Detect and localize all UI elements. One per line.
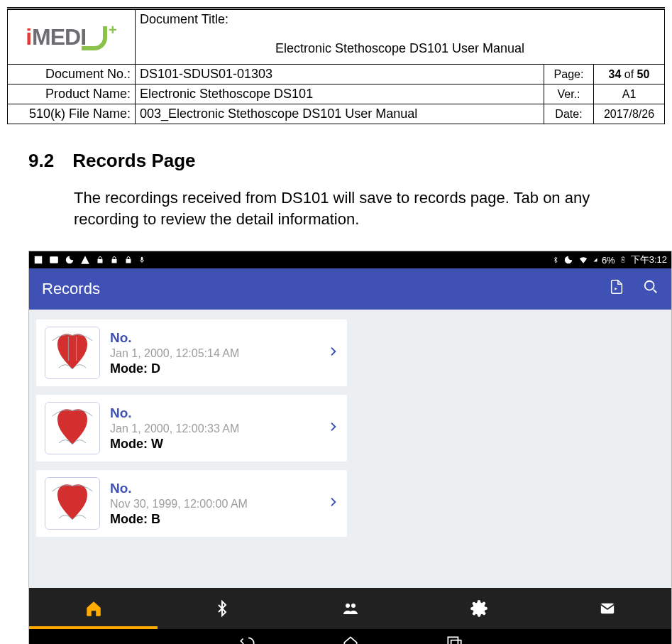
- audio-file-icon[interactable]: [609, 279, 624, 299]
- bottom-nav: [29, 588, 671, 629]
- doc-title-value: Electronic Stethoscope DS101 User Manual: [140, 27, 660, 62]
- dnd-icon: [563, 255, 573, 265]
- date-value: 2017/8/26: [593, 104, 664, 124]
- moon-icon: [65, 255, 75, 265]
- statusbar-left-icons: [33, 255, 145, 265]
- file-name-value: 003_Electronic Stethoscope DS101 User Ma…: [136, 104, 544, 124]
- record-date: Jan 1, 2000, 12:05:14 AM: [110, 347, 327, 360]
- svg-rect-17: [451, 640, 461, 644]
- imedi-logo: iMEDI+: [26, 24, 117, 50]
- record-no-label: No.: [110, 481, 327, 496]
- nav-settings[interactable]: [414, 588, 543, 629]
- doc-title-label: Document Title:: [140, 12, 660, 27]
- logo-cell: iMEDI+: [8, 10, 136, 65]
- doc-no-label: Document No.:: [8, 65, 136, 84]
- nav-mail[interactable]: [543, 588, 671, 629]
- section-body: The recordings received from DS101 will …: [74, 187, 644, 229]
- record-mode: Mode: W: [110, 437, 327, 452]
- svg-rect-7: [622, 257, 624, 258]
- page-label: Page:: [544, 65, 593, 84]
- logo-dot-icon: i: [26, 24, 32, 50]
- svg-rect-1: [50, 257, 58, 263]
- chevron-right-icon: [327, 419, 338, 437]
- signal-icon: [593, 256, 597, 264]
- section-heading: 9.2Records Page: [28, 150, 644, 172]
- logo-plus-icon: +: [109, 22, 117, 38]
- svg-rect-0: [35, 256, 43, 264]
- doc-title-cell: Document Title: Electronic Stethoscope D…: [136, 10, 665, 65]
- warning-icon: [80, 255, 90, 265]
- logo-swoosh-icon: [82, 26, 107, 50]
- heart-thumb-icon: [45, 477, 100, 530]
- nav-patients[interactable]: [286, 588, 414, 629]
- records-list-area: No. Jan 1, 2000, 12:05:14 AM Mode: D: [29, 310, 671, 588]
- image-icon: [49, 255, 59, 265]
- record-card[interactable]: No. Jan 1, 2000, 12:05:14 AM Mode: D: [36, 320, 347, 386]
- file-name-label: 510(k) File Name:: [8, 104, 136, 124]
- page-content: 9.2Records Page The recordings received …: [7, 124, 665, 644]
- nav-home[interactable]: [29, 588, 158, 629]
- ver-label: Ver.:: [544, 84, 593, 104]
- svg-rect-5: [141, 257, 143, 261]
- lock-icon: [124, 255, 133, 265]
- record-card[interactable]: No. Jan 1, 2000, 12:00:33 AM Mode: W: [36, 395, 347, 462]
- record-mode: Mode: B: [110, 512, 327, 527]
- record-text: No. Jan 1, 2000, 12:00:33 AM Mode: W: [110, 405, 327, 452]
- records-cards: No. Jan 1, 2000, 12:05:14 AM Mode: D: [36, 320, 664, 545]
- mic-icon: [138, 255, 145, 265]
- record-text: No. Nov 30, 1999, 12:00:00 AM Mode: B: [110, 481, 327, 527]
- app-bar: Records: [29, 268, 671, 310]
- chevron-right-icon: [327, 344, 338, 362]
- record-mode: Mode: D: [110, 361, 327, 376]
- record-date: Nov 30, 1999, 12:00:00 AM: [110, 498, 327, 511]
- phone-screenshot: 6% 下午3:12 Records: [28, 251, 672, 644]
- wifi-icon: [578, 255, 589, 265]
- lock-icon: [96, 255, 104, 265]
- date-label: Date:: [544, 104, 593, 124]
- search-icon[interactable]: [643, 279, 659, 299]
- sys-back-button[interactable]: [238, 634, 256, 644]
- record-no-label: No.: [110, 330, 327, 346]
- statusbar-time: 下午3:12: [631, 253, 667, 266]
- record-date: Jan 1, 2000, 12:00:33 AM: [110, 422, 327, 435]
- appbar-title: Records: [42, 280, 100, 298]
- battery-percent: 6%: [602, 255, 615, 266]
- active-tab-underline: [29, 626, 158, 629]
- svg-point-8: [645, 281, 654, 290]
- statusbar-right-icons: 6% 下午3:12: [552, 253, 667, 266]
- svg-point-12: [346, 604, 350, 608]
- svg-rect-3: [112, 259, 117, 263]
- android-statusbar: 6% 下午3:12: [29, 251, 671, 268]
- nav-bluetooth[interactable]: [158, 588, 286, 629]
- section-title: Records Page: [72, 150, 195, 171]
- page-value: 34 of 50: [593, 65, 664, 84]
- bluetooth-icon: [552, 255, 559, 265]
- lock-icon: [110, 255, 119, 265]
- battery-charging-icon: [619, 255, 627, 265]
- chevron-right-icon: [327, 494, 338, 513]
- record-card[interactable]: No. Nov 30, 1999, 12:00:00 AM Mode: B: [36, 470, 347, 537]
- svg-rect-2: [98, 259, 103, 263]
- svg-point-13: [351, 604, 356, 608]
- record-no-label: No.: [110, 405, 327, 421]
- sys-recent-button[interactable]: [445, 634, 463, 644]
- heart-thumb-icon: [45, 327, 100, 379]
- ver-value: A1: [593, 84, 664, 104]
- product-name-value: Electronic Stethoscope DS101: [136, 84, 544, 104]
- doc-no-value: DS101-SDUS01-01303: [136, 65, 544, 84]
- product-name-label: Product Name:: [8, 84, 136, 104]
- document-header-table: iMEDI+ Document Title: Electronic Stetho…: [7, 9, 665, 124]
- sys-home-button[interactable]: [341, 634, 360, 644]
- notification-icon: [33, 255, 43, 265]
- android-system-nav: [29, 629, 671, 644]
- section-number: 9.2: [28, 150, 54, 171]
- svg-rect-4: [126, 259, 131, 263]
- heart-thumb-icon: [45, 402, 100, 454]
- record-text: No. Jan 1, 2000, 12:05:14 AM Mode: D: [110, 330, 327, 376]
